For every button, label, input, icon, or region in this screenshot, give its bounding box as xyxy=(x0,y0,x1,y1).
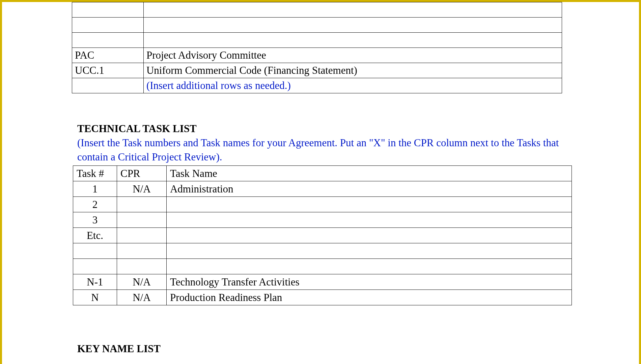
def-abbr xyxy=(72,33,144,48)
def-value xyxy=(143,33,562,48)
task-num: 1 xyxy=(73,181,117,197)
task-cpr xyxy=(117,228,166,243)
def-abbr xyxy=(72,2,144,18)
table-row: 2 xyxy=(73,197,572,212)
table-row: UCC.1 Uniform Commercial Code (Financing… xyxy=(72,63,562,78)
task-name: Technology Transfer Activities xyxy=(166,274,572,290)
technical-task-list-instruction: (Insert the Task numbers and Task names … xyxy=(77,136,570,164)
task-num: Etc. xyxy=(73,228,117,243)
definitions-table: PAC Project Advisory Committee UCC.1 Uni… xyxy=(72,2,562,93)
task-header-num: Task # xyxy=(73,166,117,181)
def-abbr xyxy=(72,18,144,33)
task-name xyxy=(166,259,572,274)
task-cpr xyxy=(117,243,166,259)
task-name xyxy=(166,197,572,212)
table-row: Etc. xyxy=(73,228,572,243)
task-table: Task # CPR Task Name 1 N/A Administratio… xyxy=(73,165,572,305)
task-cpr xyxy=(117,259,166,274)
table-row xyxy=(72,18,562,33)
def-abbr: PAC xyxy=(72,48,144,63)
task-num: 3 xyxy=(73,212,117,228)
document-frame: PAC Project Advisory Committee UCC.1 Uni… xyxy=(0,0,641,364)
def-value xyxy=(143,2,562,18)
def-value: Uniform Commercial Code (Financing State… xyxy=(143,63,562,78)
table-row: N N/A Production Readiness Plan xyxy=(73,290,572,305)
task-name: Administration xyxy=(166,181,572,197)
document-page: PAC Project Advisory Committee UCC.1 Uni… xyxy=(2,2,639,364)
task-cpr: N/A xyxy=(117,181,166,197)
table-row: 1 N/A Administration xyxy=(73,181,572,197)
technical-task-list-title: TECHNICAL TASK LIST xyxy=(77,122,570,136)
table-row xyxy=(72,33,562,48)
task-table-header-row: Task # CPR Task Name xyxy=(73,166,572,181)
def-abbr xyxy=(72,78,144,93)
task-num xyxy=(73,259,117,274)
task-name: Production Readiness Plan xyxy=(166,290,572,305)
task-name xyxy=(166,212,572,228)
table-row: 3 xyxy=(73,212,572,228)
def-value xyxy=(143,18,562,33)
task-name xyxy=(166,228,572,243)
table-row xyxy=(73,259,572,274)
def-value-instr: (Insert additional rows as needed.) xyxy=(143,78,562,93)
table-row: PAC Project Advisory Committee xyxy=(72,48,562,63)
task-cpr xyxy=(117,197,166,212)
table-row: (Insert additional rows as needed.) xyxy=(72,78,562,93)
task-cpr xyxy=(117,212,166,228)
table-row xyxy=(73,243,572,259)
task-num: N-1 xyxy=(73,274,117,290)
def-abbr: UCC.1 xyxy=(72,63,144,78)
task-header-cpr: CPR xyxy=(117,166,166,181)
task-num: 2 xyxy=(73,197,117,212)
task-name xyxy=(166,243,572,259)
key-name-list-title: KEY NAME LIST xyxy=(77,342,570,356)
task-num xyxy=(73,243,117,259)
def-value: Project Advisory Committee xyxy=(143,48,562,63)
key-name-list-section: KEY NAME LIST xyxy=(77,342,570,356)
technical-task-list-section: TECHNICAL TASK LIST (Insert the Task num… xyxy=(77,122,570,164)
task-num: N xyxy=(73,290,117,305)
task-cpr: N/A xyxy=(117,274,166,290)
task-header-name: Task Name xyxy=(166,166,572,181)
table-row: N-1 N/A Technology Transfer Activities xyxy=(73,274,572,290)
table-row xyxy=(72,2,562,18)
task-cpr: N/A xyxy=(117,290,166,305)
